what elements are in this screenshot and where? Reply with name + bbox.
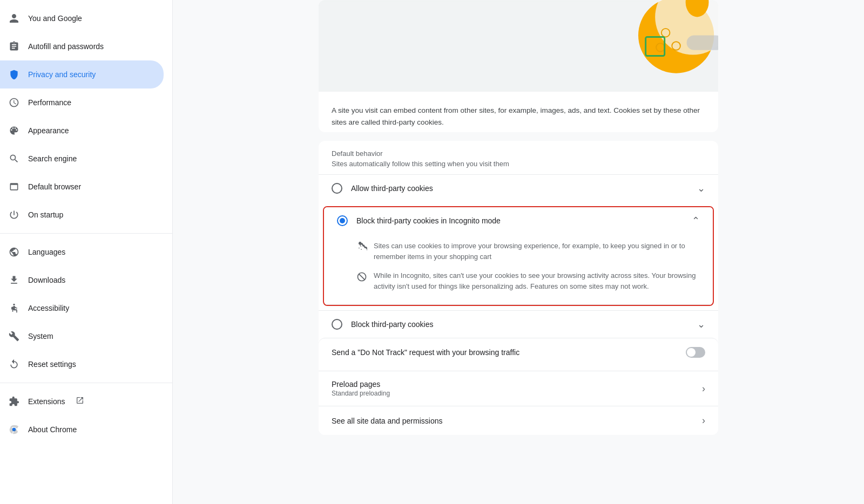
sidebar-item-about-chrome[interactable]: About Chrome (0, 416, 164, 444)
sidebar-item-downloads[interactable]: Downloads (0, 266, 164, 294)
main-content: A site you visit can embed content from … (173, 0, 864, 504)
expanded-row-1: Sites can use cookies to improve your br… (356, 236, 700, 266)
sidebar-item-search-engine[interactable]: Search engine (0, 145, 164, 173)
sidebar-label-languages: Languages (28, 248, 65, 256)
external-link-icon (76, 396, 84, 407)
description-box: A site you visit can embed content from … (319, 92, 718, 132)
block-icon (356, 271, 367, 282)
sidebar-label-downloads: Downloads (28, 276, 65, 284)
sidebar-item-default-browser[interactable]: Default browser (0, 173, 164, 201)
sidebar-item-extensions[interactable]: Extensions (0, 387, 164, 416)
sidebar-label-system: System (28, 332, 53, 340)
sidebar-item-system[interactable]: System (0, 322, 164, 350)
sidebar-label-performance: Performance (28, 98, 71, 107)
sidebar-item-accessibility[interactable]: Accessibility (0, 294, 164, 322)
preload-pages-title: Preload pages (332, 380, 702, 389)
description-text: A site you visit can embed content from … (332, 105, 705, 128)
sidebar-label-autofill: Autofill and passwords (28, 42, 104, 51)
option-incognito-wrapper: Block third-party cookies in Incognito m… (323, 206, 714, 306)
cookie-icon (356, 242, 367, 253)
person-icon (9, 13, 19, 24)
sidebar-item-reset-settings[interactable]: Reset settings (0, 350, 164, 378)
chevron-down-icon: ⌄ (697, 182, 705, 194)
option-allow[interactable]: Allow third-party cookies ⌄ (319, 174, 718, 202)
expanded-content: Sites can use cookies to improve your br… (324, 234, 713, 305)
preload-pages-subtitle: Standard preloading (332, 390, 702, 397)
svg-point-0 (13, 304, 15, 305)
sidebar-item-on-startup[interactable]: On startup (0, 201, 164, 229)
svg-point-7 (656, 43, 665, 52)
chevron-up-icon: ⌃ (692, 215, 700, 227)
sidebar-item-you-and-google[interactable]: You and Google (0, 4, 164, 32)
expanded-row-2: While in Incognito, sites can't use your… (356, 266, 700, 296)
sidebar-label-you-and-google: You and Google (28, 14, 82, 23)
browser-icon (9, 181, 19, 192)
chrome-icon (9, 424, 19, 435)
do-not-track-toggle[interactable] (686, 347, 705, 358)
puzzle-icon (9, 396, 19, 407)
section-subheader: Sites automatically follow this setting … (332, 160, 705, 174)
accessibility-icon (9, 303, 19, 314)
do-not-track-label: Send a "Do Not Track" request with your … (332, 348, 686, 357)
power-icon (9, 209, 19, 220)
sidebar-item-performance[interactable]: Performance (0, 88, 164, 117)
shield-icon (9, 69, 19, 80)
svg-rect-13 (687, 36, 718, 50)
sidebar-divider-1 (0, 233, 172, 234)
svg-point-6 (672, 42, 680, 50)
sidebar-label-appearance: Appearance (28, 126, 69, 135)
sidebar-label-reset-settings: Reset settings (28, 360, 76, 369)
svg-point-5 (662, 29, 670, 37)
search-icon (9, 153, 19, 164)
sidebar-label-default-browser: Default browser (28, 182, 81, 191)
globe-icon (9, 247, 19, 257)
option-block-all-label: Block third-party cookies (351, 320, 697, 329)
chevron-right-icon-site-data: › (702, 415, 705, 426)
download-icon (9, 275, 19, 285)
palette-icon (9, 125, 19, 136)
sidebar-label-extensions: Extensions (28, 397, 65, 406)
preload-pages-row[interactable]: Preload pages Standard preloading › (319, 371, 718, 406)
site-data-row[interactable]: See all site data and permissions › (319, 406, 718, 435)
do-not-track-row: Send a "Do Not Track" request with your … (319, 338, 718, 366)
section-header: Default behavior (332, 149, 705, 160)
radio-allow[interactable] (332, 183, 342, 194)
sidebar-label-search-engine: Search engine (28, 154, 77, 163)
sidebar-item-languages[interactable]: Languages (0, 238, 164, 266)
options-card: Default behavior Sites automatically fol… (319, 141, 718, 435)
chevron-right-icon-preload: › (702, 383, 705, 394)
sidebar-label-about-chrome: About Chrome (28, 425, 77, 434)
sidebar-label-accessibility: Accessibility (28, 304, 69, 312)
speed-icon (9, 97, 19, 108)
reset-icon (9, 359, 19, 370)
wrench-icon (9, 331, 19, 342)
sidebar-label-privacy: Privacy and security (28, 70, 96, 79)
option-block-all[interactable]: Block third-party cookies ⌄ (319, 310, 718, 338)
option-incognito[interactable]: Block third-party cookies in Incognito m… (324, 207, 713, 234)
hero-illustration (319, 0, 718, 92)
chevron-down-icon-2: ⌄ (697, 318, 705, 330)
site-data-title: See all site data and permissions (332, 417, 702, 425)
sidebar-item-autofill[interactable]: Autofill and passwords (0, 32, 164, 60)
sidebar-divider-2 (0, 383, 172, 383)
option-allow-label: Allow third-party cookies (351, 184, 697, 193)
assignment-icon (9, 41, 19, 52)
preload-pages-content: Preload pages Standard preloading (332, 380, 702, 397)
sidebar-label-on-startup: On startup (28, 210, 63, 219)
expanded-text-1: Sites can use cookies to improve your br… (374, 241, 700, 262)
section-header-area: Default behavior Sites automatically fol… (319, 141, 718, 174)
sidebar-item-appearance[interactable]: Appearance (0, 117, 164, 145)
sidebar: You and Google Autofill and passwords Pr… (0, 0, 173, 504)
sidebar-item-privacy[interactable]: Privacy and security (0, 60, 164, 88)
radio-incognito[interactable] (337, 215, 348, 226)
expanded-text-2: While in Incognito, sites can't use your… (374, 270, 700, 291)
option-incognito-label: Block third-party cookies in Incognito m… (356, 216, 692, 225)
site-data-content: See all site data and permissions (332, 417, 702, 425)
radio-block-all[interactable] (332, 319, 342, 330)
